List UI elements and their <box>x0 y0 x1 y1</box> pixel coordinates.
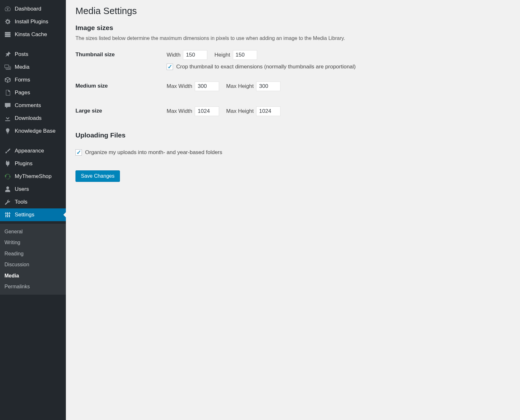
sidebar-item-install-plugins[interactable]: Install Plugins <box>0 15 66 28</box>
pin-icon <box>4 51 12 58</box>
sidebar-item-label: Appearance <box>15 147 44 155</box>
max-height-label: Max Height <box>226 83 254 89</box>
max-width-label: Max Width <box>167 83 192 89</box>
lightbulb-icon <box>4 127 12 135</box>
forms-icon <box>4 76 12 84</box>
page-title: Media Settings <box>75 6 510 16</box>
sidebar-item-mythemeshop[interactable]: MyThemeShop <box>0 170 66 183</box>
sidebar-subitem-writing[interactable]: Writing <box>0 237 66 248</box>
large-label: Large size <box>75 106 167 114</box>
sidebar-item-media[interactable]: Media <box>0 61 66 74</box>
sidebar-item-dashboard[interactable]: Dashboard <box>0 3 66 15</box>
section-heading-uploading: Uploading Files <box>75 131 510 139</box>
sidebar-subitem-permalinks[interactable]: Permalinks <box>0 281 66 292</box>
max-width-label: Max Width <box>167 108 192 114</box>
sliders-icon <box>4 211 12 219</box>
sidebar-subitem-media[interactable]: Media <box>0 270 66 281</box>
width-label: Width <box>167 52 180 58</box>
large-size-row: Large size Max Width Max Height <box>75 106 510 120</box>
main-content: Media Settings Image sizes The sizes lis… <box>66 0 520 420</box>
sidebar-item-users[interactable]: Users <box>0 183 66 196</box>
download-icon <box>4 114 12 122</box>
settings-submenu: General Writing Reading Discussion Media… <box>0 224 66 295</box>
sidebar-item-label: Posts <box>15 51 28 58</box>
thumbnail-width-input[interactable] <box>183 50 207 60</box>
svg-rect-0 <box>5 32 11 33</box>
dashboard-icon <box>4 5 12 13</box>
section-heading-image-sizes: Image sizes <box>75 24 510 32</box>
sidebar-subitem-general[interactable]: General <box>0 226 66 237</box>
sidebar-item-comments[interactable]: Comments <box>0 99 66 112</box>
large-width-input[interactable] <box>195 106 219 116</box>
sidebar-item-label: Install Plugins <box>15 18 48 26</box>
brush-icon <box>4 147 12 155</box>
sidebar-subitem-discussion[interactable]: Discussion <box>0 259 66 270</box>
sidebar-item-label: Downloads <box>15 114 42 122</box>
pages-icon <box>4 89 12 97</box>
sidebar-item-label: Comments <box>15 102 41 109</box>
sidebar-item-posts[interactable]: Posts <box>0 48 66 61</box>
sidebar-subitem-reading[interactable]: Reading <box>0 248 66 259</box>
sidebar-item-label: Dashboard <box>15 5 41 13</box>
sidebar-item-label: Pages <box>15 89 30 97</box>
height-label: Height <box>214 52 230 58</box>
sidebar-item-pages[interactable]: Pages <box>0 86 66 99</box>
thumbnail-height-input[interactable] <box>233 50 257 60</box>
server-icon <box>4 31 12 38</box>
sidebar-item-downloads[interactable]: Downloads <box>0 112 66 125</box>
thumbnail-label: Thumbnail size <box>75 50 167 58</box>
sidebar-item-label: Users <box>15 185 29 193</box>
sidebar-item-forms[interactable]: Forms <box>0 74 66 86</box>
medium-width-input[interactable] <box>195 82 219 91</box>
refresh-icon <box>4 173 12 180</box>
sidebar-item-label: Media <box>15 63 29 71</box>
svg-rect-2 <box>5 35 11 37</box>
medium-label: Medium size <box>75 82 167 89</box>
sidebar-item-kinsta-cache[interactable]: Kinsta Cache <box>0 28 66 41</box>
sidebar-item-knowledge-base[interactable]: Knowledge Base <box>0 125 66 137</box>
svg-rect-1 <box>5 34 11 35</box>
user-icon <box>4 185 12 193</box>
gear-icon <box>4 18 12 26</box>
section-description: The sizes listed below determine the max… <box>75 35 510 41</box>
organize-uploads-row: Organize my uploads into month- and year… <box>75 149 510 156</box>
media-icon <box>4 63 12 71</box>
sidebar-item-label: Settings <box>15 211 34 219</box>
sidebar-item-label: MyThemeShop <box>15 173 51 180</box>
wrench-icon <box>4 198 12 206</box>
sidebar-item-tools[interactable]: Tools <box>0 196 66 208</box>
sidebar-item-label: Plugins <box>15 160 33 167</box>
large-height-input[interactable] <box>256 106 280 116</box>
medium-height-input[interactable] <box>256 82 280 91</box>
sidebar-item-label: Tools <box>15 198 28 206</box>
save-button[interactable]: Save Changes <box>75 170 120 182</box>
thumbnail-size-row: Thumbnail size Width Height Crop thumbna… <box>75 50 510 70</box>
sidebar-item-label: Kinsta Cache <box>15 31 47 38</box>
sidebar-item-label: Forms <box>15 76 30 84</box>
comments-icon <box>4 102 12 109</box>
organize-uploads-checkbox[interactable] <box>75 149 82 156</box>
sidebar-item-appearance[interactable]: Appearance <box>0 144 66 157</box>
admin-sidebar: Dashboard Install Plugins Kinsta Cache P… <box>0 0 66 420</box>
crop-thumbnail-checkbox[interactable] <box>167 64 173 70</box>
crop-checkbox-label: Crop thumbnail to exact dimensions (norm… <box>176 64 356 70</box>
max-height-label: Max Height <box>226 108 254 114</box>
sidebar-item-plugins[interactable]: Plugins <box>0 157 66 170</box>
medium-size-row: Medium size Max Width Max Height <box>75 82 510 95</box>
plug-icon <box>4 160 12 167</box>
sidebar-item-label: Knowledge Base <box>15 127 56 135</box>
organize-checkbox-label: Organize my uploads into month- and year… <box>85 149 222 156</box>
sidebar-item-settings[interactable]: Settings <box>0 208 66 221</box>
